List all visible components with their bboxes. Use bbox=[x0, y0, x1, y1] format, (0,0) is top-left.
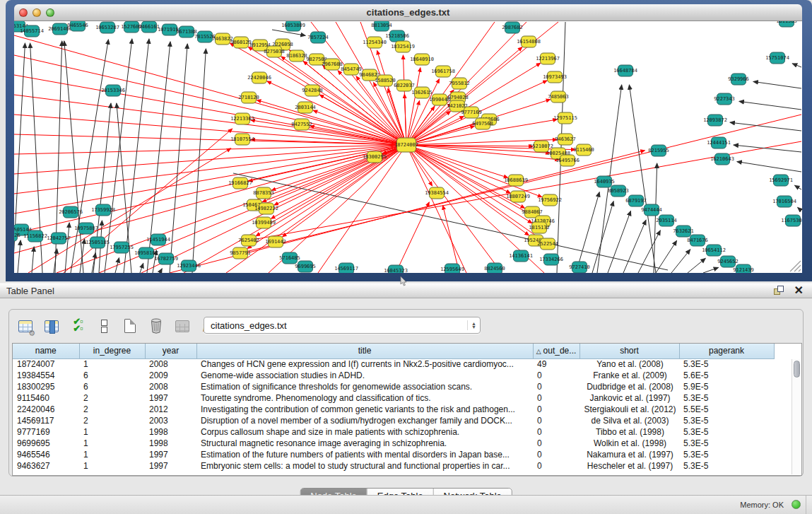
table-cell[interactable]: 2012 bbox=[145, 404, 196, 415]
table-row[interactable]: 946362711997Embryonic stem cells: a mode… bbox=[13, 460, 774, 472]
table-cell[interactable]: Embryonic stem cells: a model to study s… bbox=[196, 460, 533, 472]
table-cell[interactable]: 1998 bbox=[145, 438, 196, 449]
table-row[interactable]: 1456911722003Disruption of a novel membe… bbox=[13, 415, 774, 426]
graph-node[interactable]: 19756922 bbox=[538, 194, 562, 206]
graph-node[interactable]: 20153346 bbox=[101, 85, 125, 96]
column-header-title[interactable]: title bbox=[196, 344, 533, 358]
table-cell[interactable]: 2008 bbox=[145, 381, 196, 392]
table-settings-button[interactable]: ⚙ bbox=[16, 317, 35, 335]
column-header-pagerank[interactable]: pagerank bbox=[679, 344, 774, 358]
table-cell[interactable]: 1 bbox=[79, 426, 145, 438]
table-cell[interactable]: 0 bbox=[533, 404, 579, 415]
table-selector-dropdown[interactable]: citations_edges.txt ▲▼ bbox=[204, 317, 481, 334]
table-cell[interactable]: 2009 bbox=[145, 370, 196, 381]
graph-node[interactable]: 9242848 bbox=[302, 85, 323, 96]
table-cell[interactable]: 2003 bbox=[145, 415, 196, 426]
table-cell[interactable]: 5.5E-5 bbox=[679, 404, 774, 415]
close-panel-icon[interactable]: ✕ bbox=[794, 286, 804, 296]
table-row[interactable]: 911546021997Tourette syndrome. Phenomeno… bbox=[13, 392, 774, 404]
table-cell[interactable]: Disruption of a novel member of a sodium… bbox=[196, 415, 533, 426]
table-cell[interactable]: Franke et al. (2009) bbox=[579, 370, 679, 381]
table-cell[interactable]: Jankovic et al. (1997) bbox=[579, 392, 679, 404]
table-cell[interactable]: de Silva et al. (2003) bbox=[579, 415, 679, 426]
graph-node[interactable]: 9699695 bbox=[295, 261, 316, 272]
table-cell[interactable]: 1998 bbox=[145, 426, 196, 438]
graph-node[interactable]: 8215955 bbox=[648, 145, 669, 156]
table-cell[interactable]: 1997 bbox=[145, 392, 196, 404]
graph-node[interactable]: 12975115 bbox=[553, 112, 577, 124]
table-cell[interactable]: Genome-wide association studies in ADHD. bbox=[196, 370, 533, 381]
graph-node[interactable]: 8471676 bbox=[687, 235, 708, 246]
graph-node[interactable]: 16045323 bbox=[384, 265, 408, 273]
table-cell[interactable]: Yano et al. (2008) bbox=[579, 358, 679, 370]
graph-node[interactable]: 9727410 bbox=[569, 262, 590, 273]
graph-node[interactable]: 9463627 bbox=[555, 134, 576, 145]
graph-node[interactable]: 15751074 bbox=[765, 52, 789, 64]
table-cell[interactable]: 9463627 bbox=[13, 460, 79, 472]
table-cell[interactable]: 2 bbox=[79, 404, 145, 415]
scrollbar-thumb[interactable] bbox=[794, 361, 800, 378]
select-columns-button[interactable]: ✔▫✔▫ bbox=[69, 317, 87, 335]
graph-node[interactable]: 12213967 bbox=[536, 53, 560, 64]
graph-node[interactable]: 12093872 bbox=[703, 115, 727, 126]
new-column-button[interactable] bbox=[121, 317, 139, 335]
graph-node[interactable]: 17334266 bbox=[539, 254, 563, 265]
table-cell[interactable]: 1997 bbox=[145, 460, 196, 472]
table-cell[interactable]: Nakamura et al. (1997) bbox=[579, 449, 679, 460]
graph-node[interactable]: 16648784 bbox=[613, 65, 637, 76]
table-cell[interactable]: 1 bbox=[79, 358, 145, 370]
table-cell[interactable]: 18724007 bbox=[13, 358, 79, 370]
table-cell[interactable]: 9777169 bbox=[13, 426, 79, 438]
table-cell[interactable]: Stergiakouli et al. (2012) bbox=[579, 404, 679, 415]
table-cell[interactable]: 0 bbox=[533, 449, 579, 460]
table-row[interactable]: 946554611997Estimation of the future num… bbox=[13, 449, 774, 460]
graph-node-hub[interactable]: 18724007 bbox=[394, 138, 418, 152]
graph-node[interactable]: 18325419 bbox=[391, 41, 415, 52]
table-cell[interactable]: Structural magnetic resonance image aver… bbox=[196, 438, 533, 449]
table-cell[interactable]: 6 bbox=[79, 370, 145, 381]
memory-ok-indicator[interactable] bbox=[792, 500, 801, 509]
delete-column-button[interactable] bbox=[147, 317, 165, 335]
graph-node[interactable]: 16961758 bbox=[431, 66, 455, 77]
graph-node[interactable]: 8275038 bbox=[264, 46, 285, 57]
graph-node[interactable]: 7955812 bbox=[449, 78, 470, 89]
graph-node[interactable]: 15692971 bbox=[769, 175, 793, 186]
table-cell[interactable]: Tibbo et al. (1998) bbox=[579, 426, 679, 438]
table-cell[interactable]: Investigating the contribution of common… bbox=[196, 404, 533, 415]
table-cell[interactable]: 0 bbox=[533, 370, 579, 381]
graph-node[interactable]: 5716485 bbox=[279, 252, 300, 264]
table-cell[interactable]: Hescheler et al. (1997) bbox=[579, 460, 679, 472]
table-cell[interactable]: 2008 bbox=[145, 358, 196, 370]
table-cell[interactable]: 5.3E-5 bbox=[679, 426, 774, 438]
close-window-button[interactable] bbox=[19, 8, 28, 17]
column-header-name[interactable]: name bbox=[13, 344, 79, 358]
graph-node[interactable]: 8427552 bbox=[291, 119, 312, 130]
graph-node[interactable]: 10688639 bbox=[504, 175, 528, 186]
graph-node[interactable]: 11675303 bbox=[781, 215, 802, 226]
graph-node[interactable]: 7485063 bbox=[548, 91, 569, 103]
table-cell[interactable]: Estimation of the future numbers of pati… bbox=[196, 449, 533, 460]
float-panel-icon[interactable] bbox=[774, 286, 784, 296]
graph-node[interactable]: 12042757 bbox=[47, 233, 71, 244]
graph-node[interactable]: 7625402 bbox=[238, 235, 259, 246]
graph-node[interactable]: 8813054 bbox=[371, 21, 392, 31]
graph-node[interactable]: 1815132 bbox=[529, 222, 550, 233]
graph-node[interactable]: 8824560 bbox=[484, 263, 505, 273]
graph-node[interactable]: 9466161 bbox=[139, 21, 160, 33]
graph-node[interactable]: 14136141 bbox=[509, 250, 533, 262]
table-cell[interactable]: Dudbridge et al. (2008) bbox=[579, 381, 679, 392]
table-row[interactable]: 969969511998Structural magnetic resonanc… bbox=[13, 438, 774, 449]
table-row[interactable]: 1872400712008Changes of HCN gene express… bbox=[13, 358, 774, 370]
table-row[interactable]: 2242004622012Investigating the contribut… bbox=[13, 404, 774, 415]
graph-node[interactable]: 6879197 bbox=[625, 195, 647, 206]
minimize-window-button[interactable] bbox=[33, 8, 41, 17]
resize-grip[interactable] bbox=[790, 261, 801, 271]
graph-node[interactable]: 2803144 bbox=[295, 102, 316, 113]
table-cell[interactable]: 5.3E-5 bbox=[679, 438, 774, 449]
table-cell[interactable]: Wolkin et al. (1998) bbox=[579, 438, 679, 449]
table-cell[interactable]: 1 bbox=[79, 438, 145, 449]
graph-node[interactable]: 10654112 bbox=[702, 245, 726, 256]
graph-node[interactable]: 8058923 bbox=[608, 185, 629, 197]
table-cell[interactable]: Estimation of significance thresholds fo… bbox=[196, 381, 533, 392]
table-cell[interactable]: 9699695 bbox=[13, 438, 79, 449]
